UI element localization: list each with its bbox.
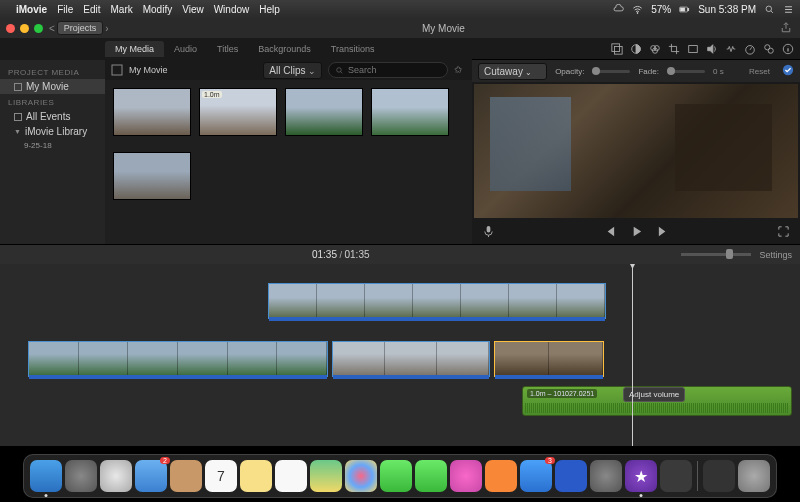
timeline-clip[interactable] [332,341,490,377]
opacity-slider[interactable] [592,70,630,73]
menu-app[interactable]: iMovie [16,4,47,15]
dock-reminders[interactable] [275,460,307,492]
menubar-clock[interactable]: Sun 5:38 PM [698,4,756,15]
dock-settings[interactable] [590,460,622,492]
dock-ibooks[interactable] [485,460,517,492]
tab-audio[interactable]: Audio [164,41,207,57]
dock-itunes[interactable] [450,460,482,492]
share-button[interactable] [778,21,794,35]
dock-facetime[interactable] [415,460,447,492]
dock-word[interactable] [555,460,587,492]
svg-rect-8 [614,46,622,54]
dock-appstore[interactable]: 3 [520,460,552,492]
noise-icon[interactable] [724,42,737,55]
dock: 2 3 [23,454,777,498]
svg-point-0 [637,12,638,13]
disclosure-icon[interactable]: ▼ [14,128,21,135]
prev-button[interactable] [603,225,616,240]
overlay-track[interactable] [0,280,800,322]
crop-icon[interactable] [667,42,680,55]
clip-grid[interactable]: 1.0m [105,80,472,244]
volume-icon[interactable] [705,42,718,55]
playhead[interactable] [632,264,633,446]
tab-backgrounds[interactable]: Backgrounds [248,41,321,57]
search-input[interactable] [348,65,428,75]
close-window[interactable] [6,24,15,33]
overlay-type-select[interactable]: Cutaway ⌄ [478,63,547,80]
timeline-clip[interactable] [28,341,328,377]
minimize-window[interactable] [20,24,29,33]
reset-check-icon[interactable] [782,64,794,78]
timeline-clip[interactable] [268,283,606,319]
list-view-icon[interactable] [111,64,123,76]
tab-my-media[interactable]: My Media [105,41,164,57]
next-button[interactable] [657,225,670,240]
menu-view[interactable]: View [182,4,204,15]
tab-titles[interactable]: Titles [207,41,248,57]
dock-mail[interactable]: 2 [135,460,167,492]
sidebar-event-date[interactable]: 9-25-18 [0,139,105,152]
dock-trash[interactable] [738,460,770,492]
dock-safari[interactable] [100,460,132,492]
dock-quicktime[interactable] [660,460,692,492]
dock-downloads[interactable] [703,460,735,492]
menu-window[interactable]: Window [214,4,250,15]
timeline-clip-selected[interactable] [494,341,604,377]
menu-mark[interactable]: Mark [110,4,132,15]
fullscreen-icon[interactable] [777,225,790,240]
menu-modify[interactable]: Modify [143,4,172,15]
tab-transitions[interactable]: Transitions [321,41,385,57]
projects-back-button[interactable]: Projects [57,21,104,35]
dock-launchpad[interactable] [65,460,97,492]
sidebar-project[interactable]: My Movie [0,79,105,94]
video-preview[interactable] [474,84,798,218]
filter-icon[interactable] [762,42,775,55]
play-button[interactable] [630,225,643,240]
dock-notes[interactable] [240,460,272,492]
menu-edit[interactable]: Edit [83,4,100,15]
svg-point-14 [745,45,754,54]
speed-icon[interactable] [743,42,756,55]
viewer-panel: Cutaway ⌄ Opacity: Fade: 0 s Reset [472,38,800,244]
events-icon [14,113,22,121]
clip-thumbnail[interactable] [371,88,449,136]
menu-help[interactable]: Help [259,4,280,15]
notifications-icon[interactable] [783,4,794,15]
wifi-icon[interactable] [632,4,643,15]
zoom-window[interactable] [34,24,43,33]
overlay-icon[interactable] [610,42,623,55]
clip-filter-dropdown[interactable]: All Clips ⌄ [263,62,322,79]
search-field[interactable] [328,62,448,78]
sidebar-library[interactable]: ▼ iMovie Library [0,124,105,139]
audio-clip[interactable]: 1.0m – 101027.0251 Adjust volume [522,386,792,416]
dock-messages[interactable] [380,460,412,492]
fade-label: Fade: [638,67,658,76]
color-correction-icon[interactable] [648,42,661,55]
favorite-icon[interactable]: ✩ [454,64,466,76]
zoom-slider[interactable] [681,253,751,256]
fade-slider[interactable] [667,70,705,73]
stabilize-icon[interactable] [686,42,699,55]
dock-maps[interactable] [310,460,342,492]
reset-button[interactable]: Reset [749,67,770,76]
dock-imovie[interactable] [625,460,657,492]
clip-thumbnail[interactable]: 1.0m [199,88,277,136]
timeline[interactable]: 1.0m – 101027.0251 Adjust volume [0,264,800,446]
window-title: My Movie [109,23,778,34]
clip-thumbnail[interactable] [113,88,191,136]
dock-photos[interactable] [345,460,377,492]
primary-track[interactable] [0,338,800,380]
sidebar-all-events[interactable]: All Events [0,109,105,124]
dock-contacts[interactable] [170,460,202,492]
cloud-icon[interactable] [613,4,624,15]
clip-thumbnail[interactable] [113,152,191,200]
color-balance-icon[interactable] [629,42,642,55]
voiceover-icon[interactable] [482,225,495,240]
menu-file[interactable]: File [57,4,73,15]
timeline-settings-button[interactable]: Settings [759,250,792,260]
spotlight-icon[interactable] [764,4,775,15]
clip-thumbnail[interactable] [285,88,363,136]
info-icon[interactable] [781,42,794,55]
dock-calendar[interactable] [205,460,237,492]
dock-finder[interactable] [30,460,62,492]
